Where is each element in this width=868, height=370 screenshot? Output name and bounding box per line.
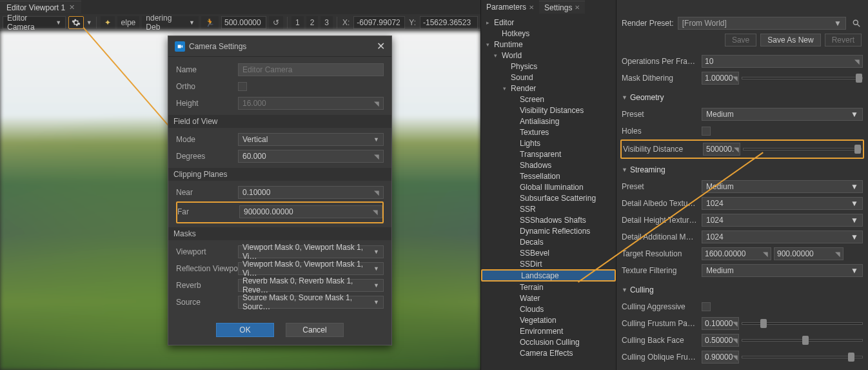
cull-obl-slider[interactable] — [742, 356, 863, 358]
degrees-input[interactable]: 60.000◥ — [238, 150, 384, 163]
ok-button[interactable]: OK — [216, 323, 274, 337]
cull-back-input[interactable]: 0.50000◥ — [702, 334, 739, 347]
reset-icon[interactable]: ↺ — [269, 16, 283, 29]
culling-section[interactable]: ▼Culling — [622, 283, 863, 297]
visdist-input[interactable]: 500000.◥ — [703, 143, 740, 156]
viewport-mask-combo[interactable]: Viewport Mask 0, Viewport Mask 1, Vi…▼ — [238, 245, 384, 258]
close-icon[interactable]: ✕ — [575, 4, 580, 11]
name-input[interactable] — [238, 63, 384, 76]
dialog-titlebar[interactable]: Camera Settings ✕ — [168, 36, 391, 57]
tree-item-dynamic-reflections[interactable]: Dynamic Reflections — [481, 225, 616, 236]
tree-item-terrain[interactable]: Terrain — [481, 282, 616, 293]
tgtres-w-input[interactable]: 1600.00000◥ — [702, 247, 771, 260]
albedo-combo[interactable]: 1024▼ — [702, 197, 863, 210]
tree-item-occlusion-culling[interactable]: Occlusion Culling — [481, 336, 616, 347]
stream-preset-combo[interactable]: Medium▼ — [702, 180, 863, 193]
tree-item-water[interactable]: Water — [481, 293, 616, 303]
close-icon[interactable]: ✕ — [377, 40, 385, 52]
run-icon[interactable]: 🏃 — [201, 16, 219, 29]
tree-item-screen[interactable]: Screen — [481, 94, 616, 105]
tree-item-global-illumination[interactable]: Global Illumination — [481, 181, 616, 192]
ortho-checkbox[interactable] — [238, 82, 247, 91]
search-icon[interactable] — [850, 17, 863, 30]
tree-item-landscape[interactable]: Landscape — [481, 269, 616, 282]
tree-item-ssshadows-shafts[interactable]: SSShadows Shafts — [481, 214, 616, 225]
tree-item-textures[interactable]: Textures — [481, 127, 616, 138]
near-input[interactable]: 0.10000◥ — [238, 186, 384, 199]
streaming-section[interactable]: ▼Streaming — [622, 163, 863, 177]
spinner-icon: ◥ — [734, 146, 739, 153]
render-preset-combo[interactable]: [From World]▼ — [678, 17, 846, 30]
holes-label: Holes — [622, 127, 698, 136]
reflection-mask-combo[interactable]: Viewport Mask 0, Viewport Mask 1, Vi…▼ — [238, 262, 384, 275]
visdist-slider[interactable] — [743, 148, 862, 150]
render-mode-combo[interactable]: ndering Deb▼ — [142, 16, 199, 29]
tree-item-lights[interactable]: Lights — [481, 138, 616, 149]
tree-item-subsurface-scattering[interactable]: Subsurface Scattering — [481, 192, 616, 203]
cull-back-slider[interactable] — [742, 339, 863, 342]
revert-button[interactable]: Revert — [825, 34, 862, 46]
save-as-new-button[interactable]: Save As New — [760, 34, 820, 46]
tree-item-shadows[interactable]: Shadows — [481, 159, 616, 170]
settings-tree[interactable]: ▸EditorHotkeys▾Runtime▾WorldPhysicsSound… — [481, 14, 616, 361]
tree-item-ssr[interactable]: SSR — [481, 203, 616, 214]
height-input[interactable]: 16.000◥ — [238, 97, 384, 110]
cull-aggr-checkbox[interactable] — [702, 302, 711, 311]
tree-item-camera-effects[interactable]: Camera Effects — [481, 347, 616, 358]
addmask-combo[interactable]: 1024▼ — [702, 231, 863, 243]
cull-frust-input[interactable]: 0.10000◥ — [702, 317, 739, 330]
geom-preset-combo[interactable]: Medium▼ — [702, 108, 863, 121]
tree-item-label: SSDirt — [518, 260, 542, 269]
tree-item-editor[interactable]: ▸Editor — [481, 17, 616, 28]
chevron-down-icon[interactable]: ▼ — [86, 19, 92, 26]
preset-3[interactable]: 3 — [321, 16, 333, 29]
tree-item-vegetation[interactable]: Vegetation — [481, 314, 616, 325]
camera-combo[interactable]: Editor Camera ▼ — [3, 16, 66, 29]
preset-1[interactable]: 1 — [291, 16, 304, 29]
x-input[interactable] — [353, 16, 405, 29]
cull-obl-input[interactable]: 0.90000◥ — [702, 351, 739, 364]
tree-item-ssbevel[interactable]: SSBevel — [481, 247, 616, 258]
ops-input[interactable]: 10◥ — [702, 55, 863, 68]
close-icon[interactable]: ✕ — [529, 4, 534, 11]
reverb-mask-combo[interactable]: Reverb Mask 0, Reverb Mask 1, Reve…▼ — [238, 279, 384, 292]
holes-checkbox[interactable] — [702, 127, 711, 136]
save-button[interactable]: Save — [725, 34, 756, 46]
tree-item-world[interactable]: ▾World — [481, 50, 616, 61]
geometry-section[interactable]: ▼Geometry — [622, 90, 863, 105]
move-tool[interactable]: ✦ — [101, 16, 115, 29]
cull-frust-slider[interactable] — [742, 322, 863, 325]
texfilt-combo[interactable]: Medium▼ — [702, 264, 863, 277]
tree-item-runtime[interactable]: ▾Runtime — [481, 39, 616, 50]
mode-combo[interactable]: Vertical▼ — [238, 133, 384, 146]
close-icon[interactable]: ✕ — [69, 3, 75, 12]
tree-item-render[interactable]: ▾Render — [481, 83, 616, 94]
tree-item-antialiasing[interactable]: Antialiasing — [481, 116, 616, 127]
parameters-tab[interactable]: Parameters✕ — [481, 1, 539, 14]
cancel-button[interactable]: Cancel — [286, 323, 344, 337]
tree-item-ssdirt[interactable]: SSDirt — [481, 258, 616, 269]
camera-settings-gear[interactable] — [68, 16, 84, 29]
preset-2[interactable]: 2 — [306, 16, 319, 29]
helper-combo[interactable]: elpe — [117, 16, 140, 29]
tree-item-sound[interactable]: Sound — [481, 72, 616, 83]
tree-item-visibility-distances[interactable]: Visibility Distances — [481, 105, 616, 116]
tree-item-tessellation[interactable]: Tessellation — [481, 170, 616, 181]
mask-dither-input[interactable]: 1.00000◥ — [702, 72, 739, 85]
tree-item-decals[interactable]: Decals — [481, 236, 616, 247]
tree-item-environment[interactable]: Environment — [481, 325, 616, 336]
speed-input[interactable] — [221, 16, 266, 29]
viewport-tab[interactable]: Editor Viewport 1 ✕ — [0, 1, 81, 14]
tree-item-hotkeys[interactable]: Hotkeys — [481, 28, 616, 39]
reverb-mask-label: Reverb — [176, 281, 238, 290]
tree-item-physics[interactable]: Physics — [481, 61, 616, 72]
tree-item-transparent[interactable]: Transparent — [481, 149, 616, 159]
settings-tab[interactable]: Settings✕ — [539, 1, 585, 14]
mask-dither-slider[interactable] — [742, 77, 863, 79]
source-mask-combo[interactable]: Source Mask 0, Source Mask 1, Sourc…▼ — [238, 296, 384, 309]
far-input[interactable]: 900000.00000◥ — [239, 205, 382, 218]
height-tex-combo[interactable]: 1024▼ — [702, 214, 863, 227]
y-input[interactable] — [420, 16, 478, 29]
tgtres-h-input[interactable]: 900.00000◥ — [774, 247, 843, 260]
tree-item-clouds[interactable]: Clouds — [481, 303, 616, 314]
